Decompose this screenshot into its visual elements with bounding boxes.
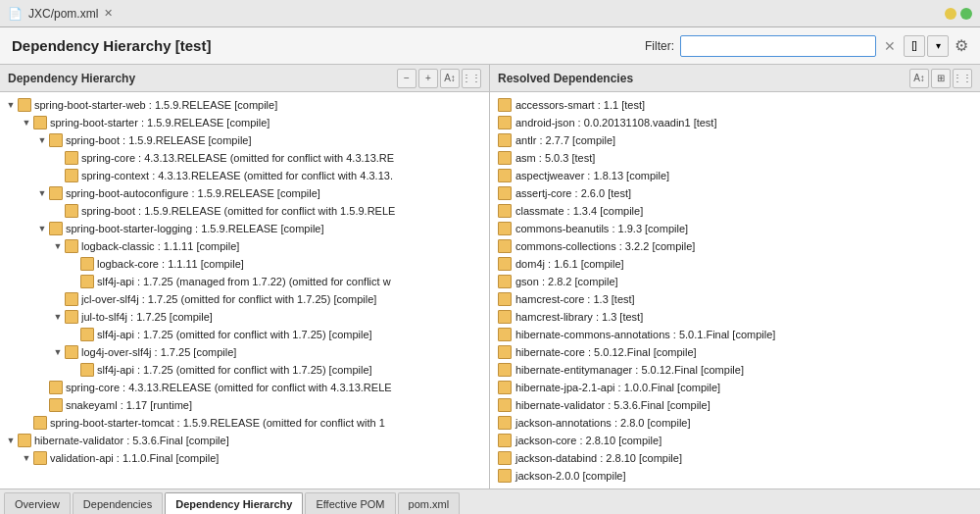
tree-row[interactable]: ▼ log4j-over-slf4j : 1.7.25 [compile] — [0, 343, 489, 361]
list-item[interactable]: antlr : 2.7.7 [compile] — [490, 131, 980, 149]
list-item[interactable]: hamcrest-core : 1.3 [test] — [490, 290, 980, 308]
list-item[interactable]: gson : 2.8.2 [compile] — [490, 273, 980, 290]
close-tab-icon[interactable]: ✕ — [104, 7, 113, 20]
more-button[interactable]: ⋮⋮ — [462, 69, 481, 88]
tree-row[interactable]: jcl-over-slf4j : 1.7.25 (omitted for con… — [0, 290, 489, 308]
jar-icon — [498, 398, 512, 412]
tree-row[interactable]: spring-boot : 1.5.9.RELEASE (omitted for… — [0, 202, 489, 220]
tree-row[interactable]: spring-context : 4.3.13.RELEASE (omitted… — [0, 167, 489, 184]
tree-row[interactable]: ▼ hibernate-validator : 5.3.6.Final [com… — [0, 432, 489, 449]
tree-row[interactable]: ▼ spring-boot-autoconfigure : 1.5.9.RELE… — [0, 184, 489, 202]
jar-icon — [498, 239, 512, 253]
jar-icon — [49, 381, 63, 394]
tree-row[interactable]: slf4j-api : 1.7.25 (omitted for conflict… — [0, 361, 489, 379]
tree-row[interactable]: snakeyaml : 1.17 [runtime] — [0, 396, 489, 414]
list-item[interactable]: assertj-core : 2.6.0 [test] — [490, 184, 980, 202]
list-item[interactable]: hibernate-entitymanager : 5.0.12.Final [… — [490, 361, 980, 379]
tree-row[interactable]: ▼ spring-boot-starter-logging : 1.5.9.RE… — [0, 220, 489, 237]
tab-overview[interactable]: Overview — [4, 492, 71, 514]
title-bar-left: 📄 JXC/pom.xml ✕ — [8, 7, 113, 21]
toggle-icon[interactable]: ▼ — [51, 241, 65, 251]
right-panel: Resolved Dependencies A↕ ⊞ ⋮⋮ accessors-… — [490, 65, 980, 488]
toggle-icon[interactable]: ▼ — [4, 100, 18, 110]
list-item[interactable]: classmate : 1.3.4 [compile] — [490, 202, 980, 220]
toggle-icon[interactable]: ▼ — [35, 135, 49, 145]
more-button[interactable]: ⋮⋮ — [953, 69, 972, 88]
tree-row[interactable]: spring-boot-starter-tomcat : 1.5.9.RELEA… — [0, 414, 489, 432]
jar-icon — [65, 345, 78, 359]
toggle-icon[interactable]: ▼ — [20, 453, 33, 463]
tree-row[interactable]: ▼ validation-api : 1.1.0.Final [compile] — [0, 449, 489, 467]
toggle-icon[interactable]: ▼ — [51, 347, 65, 357]
list-item[interactable]: hibernate-jpa-2.1-api : 1.0.0.Final [com… — [490, 379, 980, 396]
tab-dependencies[interactable]: Dependencies — [73, 492, 163, 514]
tree-row[interactable]: slf4j-api : 1.7.25 (omitted for conflict… — [0, 326, 489, 343]
list-item[interactable]: asm : 5.0.3 [test] — [490, 149, 980, 167]
list-item[interactable]: commons-beanutils : 1.9.3 [compile] — [490, 220, 980, 237]
tree-node-label: logback-core : 1.1.11 [compile] — [97, 258, 244, 270]
list-item[interactable]: hamcrest-library : 1.3 [test] — [490, 308, 980, 326]
dep-label: antlr : 2.7.7 [compile] — [515, 134, 615, 146]
group-button[interactable]: ⊞ — [931, 69, 951, 88]
list-item[interactable]: jackson-annotations : 2.8.0 [compile] — [490, 414, 980, 432]
list-item[interactable]: android-json : 0.0.20131108.vaadin1 [tes… — [490, 114, 980, 131]
jar-icon — [49, 222, 63, 235]
filter-opt-1[interactable]: [] — [904, 35, 925, 57]
toggle-icon[interactable]: ▼ — [35, 224, 49, 233]
dep-label: jackson-2.0.0 [compile] — [515, 470, 626, 482]
list-item[interactable]: accessors-smart : 1.1 [test] — [490, 96, 980, 114]
tree-row[interactable]: slf4j-api : 1.7.25 (managed from 1.7.22)… — [0, 273, 489, 290]
tab-pom-xml[interactable]: pom.xml — [398, 492, 461, 514]
list-item[interactable]: hibernate-commons-annotations : 5.0.1.Fi… — [490, 326, 980, 343]
toggle-icon[interactable]: ▼ — [35, 188, 49, 198]
tree-row[interactable]: ▼ logback-classic : 1.1.11 [compile] — [0, 237, 489, 255]
settings-icon[interactable]: ⚙ — [955, 36, 968, 55]
toggle-icon[interactable]: ▼ — [51, 312, 65, 322]
collapse-button[interactable]: − — [397, 69, 416, 88]
main-content: Dependency Hierarchy − + A↕ ⋮⋮ ▼ spring-… — [0, 65, 980, 488]
jar-icon — [65, 292, 78, 306]
expand-button[interactable]: + — [418, 69, 438, 88]
tab-dependency-hierarchy[interactable]: Dependency Hierarchy — [165, 492, 303, 514]
jar-icon — [498, 204, 512, 218]
tree-row[interactable]: ▼ spring-boot-starter : 1.5.9.RELEASE [c… — [0, 114, 489, 131]
list-item[interactable]: hibernate-core : 5.0.12.Final [compile] — [490, 343, 980, 361]
tab-effective-pom[interactable]: Effective POM — [305, 492, 395, 514]
jar-icon — [498, 363, 512, 377]
title-bar: 📄 JXC/pom.xml ✕ — [0, 0, 980, 27]
list-item[interactable]: commons-collections : 3.2.2 [compile] — [490, 237, 980, 255]
toggle-icon[interactable]: ▼ — [4, 436, 18, 445]
tree-row[interactable]: spring-core : 4.3.13.RELEASE (omitted fo… — [0, 149, 489, 167]
filter-opt-2[interactable]: ▾ — [927, 35, 949, 57]
tree-row[interactable]: ▼ spring-boot : 1.5.9.RELEASE [compile] — [0, 131, 489, 149]
list-item[interactable]: jackson-2.0.0 [compile] — [490, 467, 980, 485]
list-item[interactable]: hibernate-validator : 5.3.6.Final [compi… — [490, 396, 980, 414]
sort-button[interactable]: A↕ — [440, 69, 460, 88]
tree-node-label: spring-boot-starter : 1.5.9.RELEASE [com… — [50, 117, 270, 128]
sort-button[interactable]: A↕ — [909, 69, 929, 88]
resolved-deps-list: accessors-smart : 1.1 [test] android-jso… — [490, 92, 980, 488]
tree-row[interactable]: logback-core : 1.1.11 [compile] — [0, 255, 489, 273]
list-item[interactable]: dom4j : 1.6.1 [compile] — [490, 255, 980, 273]
toggle-icon[interactable]: ▼ — [20, 118, 33, 128]
tree-node-label: spring-context : 4.3.13.RELEASE (omitted… — [81, 170, 393, 181]
maximize-button[interactable] — [960, 8, 972, 20]
minimize-button[interactable] — [945, 8, 956, 20]
tree-row[interactable]: ▼ spring-boot-starter-web : 1.5.9.RELEAS… — [0, 96, 489, 114]
filter-area: Filter: ✕ [] ▾ ⚙ — [645, 35, 968, 57]
window-controls — [945, 8, 972, 20]
filter-clear-button[interactable]: ✕ — [882, 38, 898, 54]
toggle-icon — [67, 259, 80, 269]
filter-input[interactable] — [680, 35, 876, 57]
list-item[interactable]: jackson-databind : 2.8.10 [compile] — [490, 449, 980, 467]
tree-row[interactable]: ▼ jul-to-slf4j : 1.7.25 [compile] — [0, 308, 489, 326]
jar-icon — [498, 133, 512, 147]
list-item[interactable]: jackson-core : 2.8.10 [compile] — [490, 432, 980, 449]
jar-icon — [498, 257, 512, 271]
jar-icon — [33, 451, 47, 465]
dep-label: jackson-databind : 2.8.10 [compile] — [515, 452, 682, 464]
list-item[interactable]: aspectjweaver : 1.8.13 [compile] — [490, 167, 980, 184]
tree-row[interactable]: spring-core : 4.3.13.RELEASE (omitted fo… — [0, 379, 489, 396]
jar-icon — [18, 434, 31, 447]
dep-label: commons-collections : 3.2.2 [compile] — [515, 240, 695, 252]
